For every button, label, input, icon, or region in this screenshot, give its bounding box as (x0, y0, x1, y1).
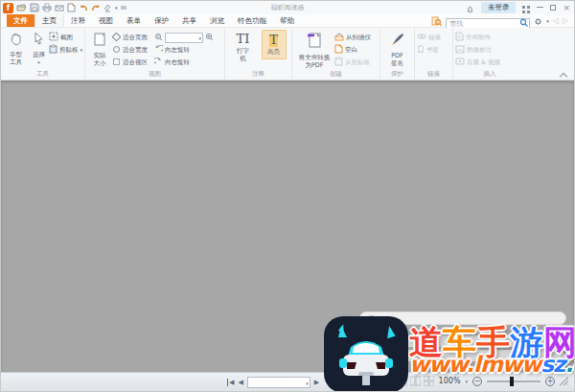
tab-features[interactable]: 特色功能 (231, 14, 273, 27)
page-combo-dropdown-icon[interactable]: ▾ (306, 380, 309, 386)
file-attachment-button[interactable]: 文件附件 (455, 32, 500, 43)
convert-to-pdf-button[interactable]: 将文件转换为PDF (294, 30, 334, 72)
find-settings-dropdown-icon[interactable]: ▾ (546, 18, 549, 24)
attachment-icon (455, 32, 464, 43)
tab-home[interactable]: 主页 (34, 14, 64, 27)
find-next-icon[interactable]: ▷ (563, 16, 568, 25)
watermark-app-icon (324, 316, 408, 392)
find-previous-icon[interactable]: ◁ (553, 16, 559, 25)
ribbon-group-links: 链接 书签 链接 (415, 28, 453, 80)
actual-size-button[interactable]: 实际大小 (87, 30, 112, 70)
app-window: f ▾ 福昕阅读器 未登录 × 文件 主页 注释 视图 表单 保护 (0, 0, 575, 392)
bookmark-icon (417, 45, 425, 56)
tools-small-column: 截图 剪贴板 ▾ (49, 30, 82, 56)
from-scanner-button[interactable]: 从扫描仪 (334, 32, 371, 43)
cursor-icon (32, 32, 45, 50)
group-label-comment: 注释 (225, 70, 291, 79)
tab-comment[interactable]: 注释 (64, 14, 92, 27)
snapshot-icon (49, 32, 58, 43)
close-button[interactable]: × (563, 4, 570, 12)
link-button[interactable]: 链接 (417, 32, 441, 43)
rotate-right-button[interactable]: 向右旋转 (154, 57, 219, 68)
save-icon[interactable] (30, 3, 39, 12)
zoom-slider-handle[interactable] (510, 377, 514, 386)
previous-page-button[interactable]: ◀ (238, 379, 242, 386)
audio-video-button[interactable]: 音频 & 视频 (455, 57, 500, 68)
scanner-icon (334, 33, 344, 43)
links-small-column: 链接 书签 (417, 30, 441, 56)
continuous-facing-layout-icon[interactable] (424, 376, 434, 386)
rotate-left-button[interactable]: 向左旋转 (154, 44, 219, 56)
first-page-button[interactable]: ◀ (227, 379, 234, 386)
select-tool-button[interactable]: 选择 ▾ (29, 30, 49, 67)
zoom-percentage[interactable]: 100% (439, 377, 461, 385)
tab-help[interactable]: 帮助 (273, 14, 301, 27)
ribbon-group-insert: 文件附件 图像标注 音频 & 视频 插入 (453, 28, 526, 80)
zoom-out-button[interactable]: − (472, 377, 482, 386)
app-logo-icon[interactable]: f (3, 3, 13, 13)
ribbon: 手型工具 选择 ▾ 截图 剪贴板 ▾ 工具 (1, 28, 574, 81)
ribbon-group-comment: TI 打字机 T 高亮 注释 (225, 28, 292, 80)
video-icon (455, 58, 465, 67)
minimize-button[interactable] (537, 7, 543, 8)
page-number-combo[interactable]: ▾ (247, 377, 310, 388)
stamp-tool-icon[interactable] (104, 4, 112, 12)
tab-view[interactable]: 视图 (92, 14, 120, 27)
create-pdf-icon[interactable] (67, 3, 76, 12)
zoom-slider[interactable] (487, 377, 540, 386)
actual-size-icon (92, 32, 107, 51)
page-navigation: ◀ ◀ ▾ ▶ (227, 377, 319, 388)
bookmark-button[interactable]: 书签 (417, 44, 441, 56)
typewriter-icon: TI (237, 32, 250, 46)
tab-file[interactable]: 文件 (7, 14, 34, 27)
ribbon-group-create: 将文件转换为PDF 从扫描仪 空白 从剪贴板 创建 (292, 28, 380, 80)
zoom-slider-track (487, 380, 540, 382)
undo-icon[interactable] (79, 4, 88, 12)
fit-page-icon (112, 33, 121, 43)
zoom-rotate-column: ▾ 向左旋转 向右旋转 (154, 30, 219, 68)
collapse-ribbon-chevron-icon[interactable] (561, 72, 566, 76)
create-small-column: 从扫描仪 空白 从剪贴板 (334, 30, 371, 68)
fit-visible-icon (112, 58, 121, 68)
window-resize-grip[interactable] (560, 377, 568, 385)
rotate-left-icon (154, 45, 163, 56)
image-annotation-button[interactable]: 图像标注 (455, 44, 500, 56)
snapshot-button[interactable]: 截图 (49, 32, 82, 43)
tab-browse[interactable]: 浏览 (203, 14, 231, 27)
ribbon-group-tools: 手型工具 选择 ▾ 截图 剪贴板 ▾ 工具 (1, 28, 85, 80)
hand-tool-button[interactable]: 手型工具 (3, 30, 29, 69)
zoom-dropdown-icon[interactable]: ▾ (465, 379, 468, 384)
customize-toolbar-icon[interactable] (121, 5, 126, 11)
tab-share[interactable]: 共享 (175, 14, 203, 27)
from-clipboard-button[interactable]: 从剪贴板 (334, 57, 371, 68)
print-icon[interactable] (42, 3, 52, 12)
next-page-button[interactable]: ▶ (314, 379, 319, 386)
group-label-tools: 工具 (1, 70, 84, 79)
zoom-out-icon[interactable] (154, 33, 163, 43)
facing-layout-icon[interactable] (410, 376, 421, 386)
ribbon-group-view: 实际大小 适合页面 适合宽度 适合视区 ▾ (85, 28, 225, 80)
pdf-sign-button[interactable]: PDF签名 (384, 30, 411, 70)
clipboard-dropdown-icon: ▾ (80, 47, 82, 53)
zoom-level-combo[interactable]: ▾ (165, 33, 203, 43)
open-file-icon[interactable] (16, 3, 27, 12)
clipboard-button[interactable]: 剪贴板 ▾ (49, 44, 82, 56)
zoom-in-icon[interactable] (205, 33, 214, 43)
tab-protect[interactable]: 保护 (148, 14, 175, 27)
email-icon[interactable] (55, 4, 64, 12)
quick-access-dropdown-icon[interactable]: ▾ (115, 5, 118, 11)
maximize-button[interactable] (550, 5, 556, 11)
zoom-combo-dropdown-icon[interactable]: ▾ (198, 35, 201, 41)
fit-width-button[interactable]: 适合宽度 (112, 44, 154, 56)
typewriter-button[interactable]: TI 打字机 (231, 30, 256, 65)
blank-document-button[interactable]: 空白 (334, 44, 371, 56)
status-bar-right: 100% ▾ − + (389, 376, 568, 386)
clipboard-icon (49, 44, 58, 56)
zoom-in-button[interactable]: + (545, 377, 555, 386)
redo-icon[interactable] (91, 4, 101, 12)
fit-visible-button[interactable]: 适合视区 (112, 57, 154, 68)
tab-form[interactable]: 表单 (120, 14, 148, 27)
from-clipboard-icon (334, 57, 343, 68)
highlight-button[interactable]: T 高亮 (262, 30, 287, 59)
fit-page-button[interactable]: 适合页面 (112, 32, 154, 43)
